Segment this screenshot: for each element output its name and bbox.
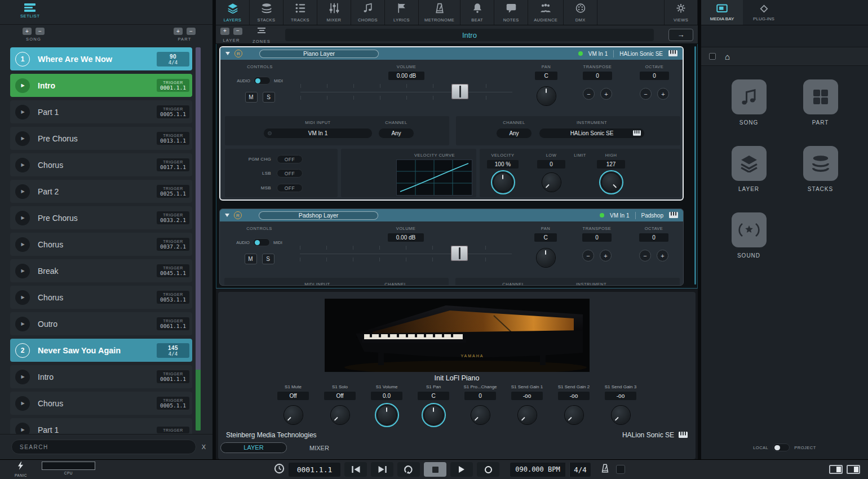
volume-slider-handle[interactable] <box>451 84 468 99</box>
mute-button[interactable]: M <box>245 254 257 264</box>
velocity-curve-editor[interactable] <box>396 159 472 196</box>
position-display[interactable]: 0001.1.1 <box>289 463 340 477</box>
layout-toggle-right-button[interactable] <box>847 465 860 474</box>
param-knob[interactable] <box>284 406 303 424</box>
solo-button[interactable]: S <box>263 92 275 103</box>
param-knob[interactable] <box>518 406 537 424</box>
midi-channel-select[interactable]: Any <box>379 128 414 138</box>
search-input[interactable] <box>11 440 196 454</box>
tab-stacks[interactable]: STACKS <box>250 0 284 25</box>
volume-value[interactable]: 0.00 dB <box>388 233 424 242</box>
setlist-item[interactable]: 1 Where Are We Now 90 4/4 <box>10 47 192 70</box>
next-part-button[interactable]: → <box>668 29 693 41</box>
setlist-item[interactable]: ▶ Part 1 TRIGGER 0005.1.1 <box>10 100 192 123</box>
setlist-item[interactable]: ▶ Break TRIGGER 0045.1.1 <box>10 259 192 282</box>
click-enable-checkbox[interactable] <box>616 465 625 474</box>
go-to-end-button[interactable] <box>371 462 393 477</box>
collapse-arrow-icon[interactable] <box>225 52 230 55</box>
tab-beat[interactable]: BEAT <box>460 0 494 25</box>
layer-panel-padshop[interactable]: R Padshop Layer VM In 1 Padshop CONTROLS… <box>219 209 684 286</box>
tab-mixer-bottom[interactable]: MIXER <box>309 445 329 451</box>
remove-layer-button[interactable]: − <box>233 28 242 35</box>
volume-slider-handle[interactable] <box>451 246 468 261</box>
solo-button[interactable]: S <box>262 254 274 264</box>
low-value[interactable]: 0 <box>537 160 565 168</box>
volume-slider[interactable] <box>299 82 513 102</box>
cycle-button[interactable] <box>397 462 420 477</box>
param-value[interactable]: 0.0 <box>371 392 402 400</box>
keyboard-icon[interactable] <box>633 130 641 137</box>
remove-song-button[interactable]: − <box>36 28 45 35</box>
octave-minus-button[interactable]: − <box>640 88 652 100</box>
audio-midi-toggle[interactable] <box>254 77 271 85</box>
zones-button[interactable]: ZONES <box>253 26 271 44</box>
param-knob[interactable] <box>612 406 630 424</box>
search-clear-button[interactable]: X <box>202 443 206 450</box>
setlist-item[interactable]: 2 Never Saw You Again 145 4/4 <box>10 339 192 362</box>
tab-lyrics[interactable]: LYRICS <box>385 0 419 25</box>
item-play-icon[interactable]: ▶ <box>15 105 30 119</box>
item-play-icon[interactable]: ▶ <box>15 370 30 384</box>
add-part-button[interactable]: + <box>174 28 183 35</box>
item-play-icon[interactable]: ▶ <box>15 131 30 146</box>
pan-value[interactable]: C <box>535 72 557 80</box>
record-button[interactable] <box>477 462 499 477</box>
layer-instrument-name[interactable]: HALion Sonic SE <box>619 51 663 57</box>
setlist-item[interactable]: ▶ Outro TRIGGER 0061.1.1 <box>10 312 192 335</box>
tab-plug-ins[interactable]: PLUG-INS <box>743 0 785 25</box>
media-tile-part[interactable]: PART <box>785 79 856 126</box>
setlist-item[interactable]: ▶ Pre Chorus TRIGGER 0033.2.1 <box>10 206 192 229</box>
home-icon[interactable]: ⌂ <box>725 52 730 61</box>
layout-toggle-left-button[interactable] <box>829 465 843 474</box>
item-play-icon[interactable]: ▶ <box>15 211 30 225</box>
record-arm-button[interactable]: R <box>234 211 242 219</box>
instrument-select[interactable]: HALion Sonic SE <box>539 128 644 138</box>
param-value[interactable]: 0 <box>464 392 496 400</box>
msb-button[interactable]: OFF <box>277 184 303 192</box>
layer-name[interactable]: Padshop Layer <box>259 211 378 220</box>
tab-mixer[interactable]: MIXER <box>317 0 351 25</box>
remove-part-button[interactable]: − <box>187 28 196 35</box>
octave-plus-button[interactable]: + <box>657 250 668 261</box>
setlist-item[interactable]: ▶ Part 1 TRIGGER <box>10 418 192 434</box>
setlist-item[interactable]: ▶ Chorus TRIGGER 0037.2.1 <box>10 233 192 256</box>
transpose-plus-button[interactable]: + <box>600 88 612 100</box>
layer-instrument-name[interactable]: Padshop <box>641 212 663 219</box>
tab-chords[interactable]: CHORDS <box>351 0 385 25</box>
item-play-icon[interactable]: ▶ <box>15 184 30 199</box>
item-play-icon[interactable]: ▶ <box>15 290 30 305</box>
item-play-icon[interactable]: 2 <box>15 343 30 358</box>
preset-name[interactable]: Init LoFl Piano <box>218 374 696 382</box>
param-knob[interactable] <box>378 406 396 424</box>
setlist-item[interactable]: ▶ Intro TRIGGER 0001.1.1 <box>10 365 192 388</box>
volume-slider[interactable] <box>299 243 513 264</box>
out-channel-select[interactable]: Any <box>497 128 532 138</box>
item-play-icon[interactable]: ▶ <box>15 78 30 93</box>
pgm-chg-button[interactable]: OFF <box>277 155 303 163</box>
transpose-minus-button[interactable]: − <box>582 250 594 261</box>
clock-icon[interactable] <box>274 463 285 476</box>
audio-midi-toggle[interactable] <box>253 238 270 246</box>
piano-layer-header[interactable]: R Piano Layer VM In 1 HALion Sonic SE <box>220 47 683 60</box>
setlist-item[interactable]: ▶ Intro TRIGGER 0001.1.1 <box>10 74 192 97</box>
pan-value[interactable]: C <box>534 233 557 242</box>
tab-views[interactable]: VIEWS <box>664 0 698 25</box>
pan-knob[interactable] <box>537 249 555 267</box>
param-value[interactable]: -oo <box>511 392 543 400</box>
tempo-display[interactable]: 090.000 BPM <box>510 463 565 477</box>
tab-notes[interactable]: NOTES <box>494 0 528 25</box>
setlist-item[interactable]: ▶ Chorus TRIGGER 0005.1.1 <box>10 392 192 415</box>
setlist-item[interactable]: ▶ Part 2 TRIGGER 0025.1.1 <box>10 180 192 203</box>
record-arm-button[interactable]: R <box>234 50 242 57</box>
mute-button[interactable]: M <box>245 92 258 103</box>
pan-knob[interactable] <box>537 87 556 105</box>
add-layer-button[interactable]: + <box>220 28 229 35</box>
padshop-layer-header[interactable]: R Padshop Layer VM In 1 Padshop <box>220 209 683 221</box>
keyboard-icon[interactable] <box>668 48 677 59</box>
tab-audience[interactable]: AUDIENCE <box>528 0 564 25</box>
setlist-scrollbar[interactable] <box>196 47 201 431</box>
setlist-item[interactable]: ▶ Pre Chorus TRIGGER 0013.1.1 <box>10 127 192 150</box>
layer-name[interactable]: Piano Layer <box>259 50 379 58</box>
item-play-icon[interactable]: ▶ <box>15 396 30 411</box>
lsb-button[interactable]: OFF <box>277 169 303 178</box>
